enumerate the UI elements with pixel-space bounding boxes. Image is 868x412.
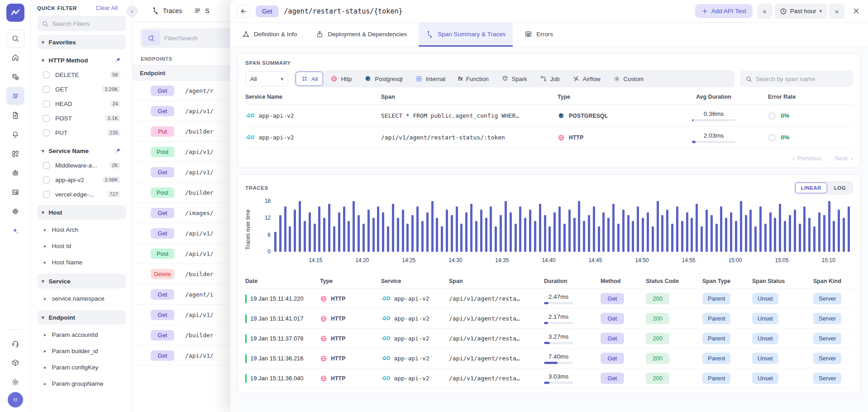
checkbox[interactable] [43, 162, 50, 169]
nav-alerts[interactable] [6, 125, 24, 144]
filter-option[interactable]: Middleware-a... 2K [31, 158, 132, 172]
nav-support[interactable] [6, 335, 24, 353]
user-avatar[interactable] [8, 392, 23, 407]
clear-all-link[interactable]: Clear All [96, 5, 118, 11]
search-icon [745, 76, 752, 82]
filter-group[interactable]: ▸ Host Arch [31, 221, 132, 238]
previous-button[interactable]: ‹ Previous [792, 155, 822, 162]
nav-packages[interactable] [6, 354, 24, 372]
filter-option[interactable]: GET 3.29K [31, 82, 132, 96]
collapse-panel-button[interactable]: ‹ [127, 6, 138, 17]
add-api-test-button[interactable]: Add API Test [695, 4, 753, 18]
search-filters-input[interactable]: Search Filters [37, 16, 126, 31]
nav-billing[interactable] [6, 68, 24, 86]
filter-group[interactable]: ▸ service.namespace [31, 290, 132, 307]
chip-function[interactable]: fx Function [453, 72, 494, 86]
nav-logs[interactable] [6, 106, 24, 125]
filter-group[interactable]: ▸ Host Id [31, 238, 132, 254]
trace-count-bar [740, 201, 742, 252]
filter-option[interactable]: POST 3.1K [31, 111, 132, 125]
favorites-section[interactable]: ▾ Favorites [37, 35, 126, 49]
back-button[interactable] [237, 5, 250, 18]
trace-count-bar [774, 218, 776, 252]
trace-row[interactable]: 19 Jan 15:11:41.220 [245, 289, 320, 309]
filter-group[interactable]: ▸ Param configKey [31, 359, 132, 375]
x-axis-tick: 14:50 [635, 257, 649, 263]
nav-rum[interactable] [6, 183, 24, 201]
nav-ai[interactable] [6, 222, 24, 240]
span-summary-row[interactable]: -GOapp-api-v2 [245, 127, 381, 149]
tab-deployment-amp-dependencies[interactable]: Deployment & Dependencies [309, 23, 414, 47]
chip-postgresql[interactable]: Postgresql [359, 72, 408, 86]
time-range-selector[interactable]: Past hour ▾ [774, 4, 827, 19]
tab-traces[interactable]: Traces [152, 7, 182, 14]
chip-spark[interactable]: Spark [496, 72, 533, 86]
filter-group[interactable]: ▸ Param accountId [31, 326, 132, 343]
apm-icon [11, 92, 19, 100]
nav-search[interactable] [6, 29, 24, 48]
nav-infrastructure[interactable] [6, 202, 24, 220]
filter-group[interactable]: ▸ Host Name [31, 254, 132, 270]
tab-label: Span Summary & Traces [438, 31, 506, 38]
trace-row[interactable]: 19 Jan 15:11:36.216 [245, 349, 320, 369]
nav-integrations[interactable] [6, 145, 24, 163]
nav-apm[interactable] [6, 87, 24, 105]
infrastructure-icon [11, 207, 19, 216]
span-search-input[interactable]: Search by span name [740, 71, 853, 87]
chip-internal[interactable]: Internal [410, 72, 451, 86]
filter-section-host[interactable]: ▾ Host [37, 205, 126, 220]
trace-row[interactable]: 19 Jan 15:11:36.040 [245, 369, 320, 388]
span-summary-row[interactable]: -GOapp-api-v2 [245, 105, 381, 127]
trace-row[interactable]: 19 Jan 15:11:41.017 [245, 309, 320, 329]
chip-custom[interactable]: Custom [608, 72, 649, 86]
checkbox[interactable] [43, 72, 50, 78]
next-button[interactable]: Next › [835, 155, 853, 162]
tab-errors[interactable]: Errors [517, 23, 560, 47]
filter-section-service[interactable]: ▾ Service [37, 274, 126, 288]
linear-button[interactable]: LINEAR [795, 182, 827, 193]
checkbox[interactable] [43, 86, 50, 93]
tab-definition-amp-info[interactable]: Definition & Info [235, 23, 304, 47]
method-badge: Get [151, 310, 174, 320]
time-back-button[interactable]: « [757, 4, 773, 19]
trace-row[interactable]: 19 Jan 15:11:37.078 [245, 329, 320, 349]
close-button[interactable]: ✕ [853, 7, 860, 15]
checkbox[interactable] [43, 191, 50, 198]
filter-section-service-name[interactable]: ▾ Service Name [37, 144, 126, 157]
tab-span-summary-amp-traces[interactable]: Span Summary & Traces [419, 23, 513, 47]
time-forward-button[interactable]: » [829, 4, 844, 19]
checkbox[interactable] [43, 115, 50, 122]
definition-icon [242, 30, 250, 38]
filter-option[interactable]: DELETE 56 [31, 67, 132, 82]
span-type-dropdown[interactable]: All ▾ [245, 71, 288, 86]
nav-assistant[interactable] [6, 164, 24, 182]
filter-section-endpoint[interactable]: ▾ Endpoint [37, 310, 126, 325]
span-status-badge: Unset [752, 313, 778, 324]
chip-airflow[interactable]: Airflow [567, 72, 606, 86]
chip-job[interactable]: Job [534, 72, 565, 86]
filter-option[interactable]: HEAD 24 [31, 96, 132, 111]
filter-section-http-method[interactable]: ▾ HTTP Method [37, 54, 126, 67]
filter-group[interactable]: ▸ Param builder_id [31, 343, 132, 359]
filter-option[interactable]: app-api-v2 3.98K [31, 172, 132, 187]
checkbox[interactable] [43, 177, 50, 183]
log-button[interactable]: LOG [828, 182, 852, 193]
filter-option[interactable]: vercel.edge-... 727 [31, 187, 132, 201]
nav-settings[interactable] [6, 373, 24, 391]
checkbox[interactable] [43, 101, 50, 107]
chip-all[interactable]: All [296, 72, 323, 86]
trace-count-bar [480, 210, 482, 252]
filter-group-label: Param configKey [52, 364, 99, 371]
tab-second[interactable]: S [194, 7, 209, 14]
checkbox[interactable] [43, 129, 50, 136]
filter-group[interactable]: ▸ Param groupName [31, 375, 132, 392]
scale-toggle: LINEAR LOG [794, 181, 853, 195]
filter-option[interactable]: PUT 235 [31, 125, 132, 140]
pin-icon [114, 148, 121, 154]
trace-count-bar [333, 226, 335, 252]
nav-home[interactable] [6, 48, 24, 67]
spark-icon [501, 75, 509, 82]
x-axis-tick: 14:20 [355, 257, 369, 263]
middleware-logo-icon[interactable] [6, 4, 24, 22]
chip-http[interactable]: Http [325, 72, 357, 86]
